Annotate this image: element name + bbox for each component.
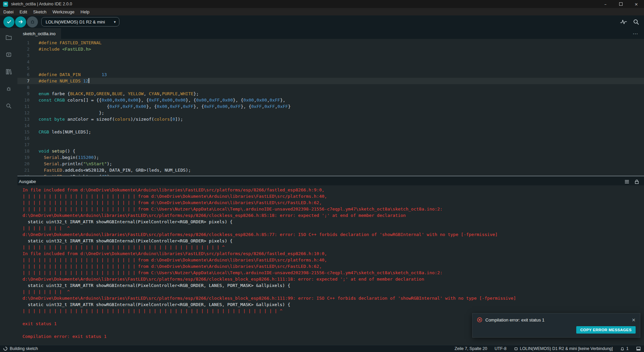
line-number: 13 (17, 116, 30, 122)
line-number: 18 (17, 148, 30, 154)
menu-werkzeuge[interactable]: Werkzeuge (50, 8, 78, 15)
code-line[interactable]: 21 FastLED.addLeds<WS2812B, DATA_PIN, GR… (17, 167, 644, 173)
verify-button[interactable] (3, 16, 14, 27)
books-icon (5, 68, 12, 75)
activity-bar (0, 28, 17, 345)
notification-toast: Compilation error: exit status 1 × COPY … (472, 313, 640, 338)
status-board[interactable]: LOLIN(WEMOS) D1 R2 & mini [keine Verbind… (514, 346, 613, 351)
code-line[interactable]: 19 Serial.begin(115200); (17, 154, 644, 161)
serial-plotter-icon[interactable] (620, 18, 627, 25)
toolbar: LOLIN(WEMOS) D1 R2 & mini ▾ (0, 15, 644, 28)
toggle-output-panel-icon[interactable] (636, 346, 641, 351)
title-bar: ∞ sketch_oct8a | Arduino IDE 2.0.0 – × (0, 0, 644, 8)
line-number: 7 (17, 78, 30, 84)
code-line[interactable]: 7#define NUM_LEDS 12 (17, 78, 644, 84)
output-line: | | | | | | | | | | | | | | | | | | | | … (22, 257, 644, 263)
more-actions-icon[interactable]: ⋯ (633, 28, 644, 39)
output-line: | | | | | | | | ^ (22, 225, 644, 231)
sidebar-item-search[interactable] (0, 97, 17, 114)
debug-button[interactable] (27, 16, 38, 27)
right-arrow-icon (18, 19, 24, 25)
line-number: 17 (17, 141, 30, 148)
sidebar-item-debug[interactable] (0, 80, 17, 97)
code-line[interactable]: 15CRGB leds[NUM_LEDS]; (17, 129, 644, 135)
code-line[interactable]: 6#define DATA_PIN 13 (17, 71, 644, 78)
menu-edit[interactable]: Edit (16, 8, 30, 15)
code-line[interactable]: 12 }; (17, 110, 644, 116)
status-bar: Building sketch Zeile 7, Spalte 20 UTF-8… (0, 345, 644, 352)
line-number: 6 (17, 71, 30, 78)
code-line[interactable]: 10const CRGB colors[] = {{0x00,0x00,0x00… (17, 97, 644, 103)
output-line: In file included from d:\OneDrive\Dokume… (22, 187, 644, 193)
tab-sketch-oct8a-ino[interactable]: sketch_oct8a.ino (17, 28, 61, 39)
code-line[interactable]: 13const byte anzColor = sizeof(colors)/s… (17, 116, 644, 122)
board-icon (514, 347, 518, 351)
notification-count: 1 (626, 346, 629, 351)
output-line: In file included from d:\OneDrive\Dokume… (22, 250, 644, 257)
folder-icon (5, 34, 12, 41)
output-line: d:\OneDrive\Dokumente\Arduino\libraries\… (22, 212, 644, 219)
line-number: 1 (17, 40, 30, 46)
workbench: sketch_oct8a.ino ⋯ 1#define FASTLED_INTE… (0, 28, 644, 345)
copy-error-messages-button[interactable]: COPY ERROR MESSAGES (576, 326, 636, 334)
line-number: 16 (17, 135, 30, 141)
code-line[interactable]: 22 FastLED.setBrightness(40); (17, 173, 644, 176)
toast-close-icon[interactable]: × (632, 317, 636, 322)
code-line[interactable]: 1#define FASTLED_INTERNAL (17, 40, 644, 46)
code-line[interactable]: 16 (17, 135, 644, 141)
bug-icon (30, 19, 36, 25)
scroll-lock-icon[interactable] (634, 179, 639, 184)
code-line[interactable]: 20 Serial.println("\nStart"); (17, 161, 644, 167)
text-cursor (89, 78, 89, 83)
menu-sketch[interactable]: Sketch (30, 8, 50, 15)
menu-help[interactable]: Help (77, 8, 93, 15)
code-line[interactable]: 9enum farbe {BLACK,RED,GREEN,BLUE, YELLO… (17, 91, 644, 97)
code-line[interactable]: 5 (17, 65, 644, 71)
output-line: static uint32_t IRAM_ATTR showRGBInterna… (22, 282, 644, 289)
arduino-app-icon: ∞ (3, 2, 8, 7)
line-number: 20 (17, 161, 30, 167)
output-line: | | | | | | | | ^ (22, 289, 644, 295)
notifications-bell[interactable]: 1 (620, 346, 629, 351)
line-number: 5 (17, 65, 30, 71)
line-number: 19 (17, 154, 30, 161)
sidebar-item-library-manager[interactable] (0, 63, 17, 80)
window-controls: – × (598, 0, 644, 8)
output-line: static uint32_t IRAM_ATTR showRGBInterna… (22, 238, 644, 244)
code-editor[interactable]: 1#define FASTLED_INTERNAL2#include <Fast… (17, 39, 644, 176)
board-selector[interactable]: LOLIN(WEMOS) D1 R2 & mini ▾ (41, 17, 119, 26)
line-number: 22 (17, 173, 30, 176)
minimize-icon[interactable]: – (598, 0, 613, 8)
encoding[interactable]: UTF-8 (494, 346, 506, 351)
code-line[interactable]: 14 (17, 122, 644, 129)
line-number: 15 (17, 129, 30, 135)
clear-output-icon[interactable] (624, 179, 630, 184)
maximize-icon[interactable] (613, 0, 629, 8)
sidebar-item-sketchbook[interactable] (0, 29, 17, 46)
code-line[interactable]: 4 (17, 59, 644, 65)
code-line[interactable]: 2#include <FastLED.h> (17, 46, 644, 52)
line-number: 12 (17, 110, 30, 116)
output-line: static uint32_t IRAM_ATTR showRGBInterna… (22, 301, 644, 308)
code-line[interactable]: 18void setup() { (17, 148, 644, 154)
output-line: d:\OneDrive\Dokumente\Arduino\libraries\… (22, 276, 644, 282)
serial-monitor-icon[interactable] (633, 18, 639, 25)
code-line[interactable]: 8 (17, 84, 644, 91)
output-line: d:\OneDrive\Dokumente\Arduino\libraries\… (22, 295, 644, 301)
menu-datei[interactable]: Datei (0, 8, 16, 15)
chip-icon (5, 51, 12, 58)
upload-button[interactable] (15, 16, 26, 27)
line-number: 9 (17, 91, 30, 97)
line-number: 21 (17, 167, 30, 173)
code-line[interactable]: 17 (17, 141, 644, 148)
line-number: 10 (17, 97, 30, 103)
sidebar-item-boards-manager[interactable] (0, 46, 17, 63)
line-number: 2 (17, 46, 30, 52)
output-line: | | | | | | | | | | | | | | | | | | | | … (22, 270, 644, 276)
code-line[interactable]: 3 (17, 52, 644, 59)
line-number: 8 (17, 84, 30, 91)
close-icon[interactable]: × (629, 0, 644, 8)
code-line[interactable]: 11 {0xFF,0xFF,0x00}, {0x00,0xFF,0xFF}, {… (17, 103, 644, 110)
cursor-position[interactable]: Zeile 7, Spalte 20 (454, 346, 487, 351)
bell-icon (620, 346, 625, 351)
